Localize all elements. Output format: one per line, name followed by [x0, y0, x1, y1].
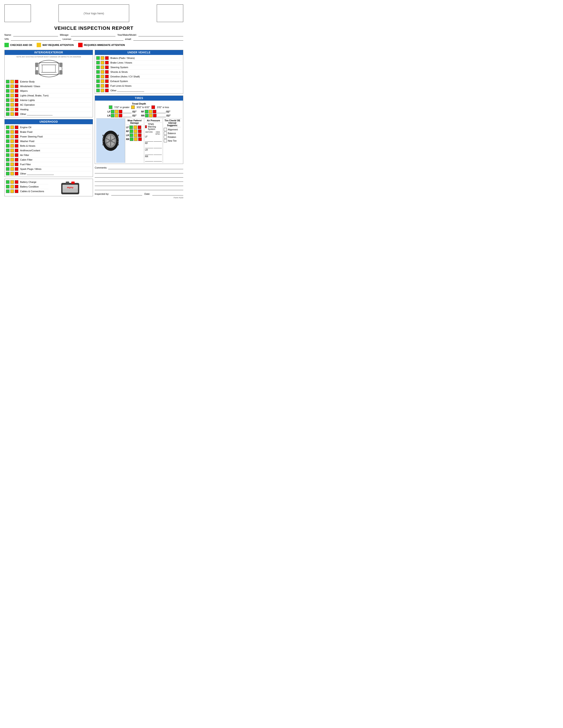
check-green-6: [6, 108, 9, 111]
check-yellow-3: [10, 139, 14, 143]
tire-checkbox-alignment: Alignment: [164, 128, 181, 131]
check-label-0: Engine Oil: [20, 126, 31, 129]
rr-oem-input[interactable]: [154, 158, 162, 161]
check-label-0: Brakes (Pads / Shoes): [110, 57, 135, 59]
check-red-7: [15, 158, 18, 161]
check-yellow-4: [10, 98, 14, 102]
wear-lf-green: [129, 126, 133, 129]
rr-red: [153, 114, 156, 117]
check-row-item: Windshield / Glass: [6, 84, 91, 89]
check-red-0: [105, 56, 109, 60]
checkbox-box-2[interactable]: [164, 135, 167, 139]
check-row-item: Spark Plugs / Wires: [6, 167, 91, 171]
header-row: (Your logo here): [4, 4, 183, 22]
name-label: Name:: [4, 34, 11, 36]
tpms-red-box: [145, 125, 147, 128]
header-box-right: [157, 4, 183, 22]
wear-lf: LF: [126, 126, 143, 129]
mileage-input[interactable]: [71, 33, 116, 36]
check-row-item: Fuel Lines & Hoses: [96, 84, 182, 88]
lf-before-input[interactable]: [145, 139, 153, 142]
underhood-body: Engine Oil Brake Fluid Power Steering Fl…: [5, 124, 93, 177]
check-label-0: Exterior Body: [20, 80, 35, 83]
comments-line-3[interactable]: [95, 174, 183, 178]
svg-rect-5: [35, 63, 38, 67]
check-yellow-2: [10, 135, 14, 138]
svg-rect-8: [59, 70, 62, 75]
year-make-model-input[interactable]: [138, 33, 183, 36]
underhood-header: UNDERHOOD: [5, 119, 93, 124]
comments-line-2[interactable]: [95, 170, 183, 173]
check-yellow-0: [101, 56, 104, 60]
check-label-1: Battery Condition: [20, 185, 39, 188]
check-red-4: [15, 98, 18, 102]
check-green-2: [6, 89, 9, 93]
svg-rect-1: [39, 63, 59, 75]
rf-oem-input[interactable]: [154, 145, 162, 148]
pressure-lr: [145, 152, 162, 155]
comments-line-4[interactable]: [95, 179, 183, 182]
check-label-5: AC Operation: [20, 103, 35, 106]
check-yellow-10: [10, 172, 14, 175]
tread-red-box: [151, 105, 155, 109]
tire-image-cell: [96, 118, 125, 163]
lf-oem-input[interactable]: [154, 139, 162, 142]
rf-tread-input[interactable]: [157, 110, 165, 113]
check-yellow-6: [10, 153, 14, 157]
check-green-10: [6, 172, 9, 175]
check-label-5: Antifreeze/Coolant: [20, 149, 40, 152]
check-green-0: [6, 80, 9, 83]
battery-checks: Battery Charge Battery Condition Cables …: [6, 180, 48, 193]
rf-green: [145, 110, 148, 113]
oemspec-label: OEM SPEC: [154, 131, 162, 135]
tire-detail-grid: Wear Pattern/ Damage LF RF: [96, 118, 182, 163]
email-input[interactable]: [133, 38, 183, 41]
date-input[interactable]: [152, 192, 183, 195]
comments-input[interactable]: [108, 166, 183, 169]
rr-before-input[interactable]: [145, 158, 153, 161]
rr-tread-input[interactable]: [157, 114, 166, 117]
check-row-item: Fuel Filter: [6, 162, 91, 167]
wear-lr: LR: [126, 133, 143, 137]
rf-before-input[interactable]: [145, 145, 153, 148]
check-row-item: Air Filter: [6, 153, 91, 158]
under-vehicle-section: UNDER VEHICLE Brakes (Pads / Shoes) Brak…: [95, 50, 183, 94]
tires-body: Tread Depth 7/32" or greater 3/32" to 6/…: [95, 101, 183, 164]
tire-checkbox-balance: Balance: [164, 132, 181, 135]
check-green-5: [96, 79, 100, 83]
check-label-6: Heating: [20, 108, 28, 111]
lr-oem-input[interactable]: [154, 152, 162, 155]
lr-tread-input[interactable]: [123, 114, 132, 117]
check-yellow-0: [10, 180, 14, 184]
check-yellow-7: [101, 89, 104, 92]
checkbox-box-0[interactable]: [164, 128, 167, 131]
name-input[interactable]: [13, 33, 58, 36]
yellow-legend-label: MAY REQUIRE ATTENTION: [42, 44, 73, 46]
inspected-by-input[interactable]: [111, 192, 142, 195]
check-yellow-4: [101, 75, 104, 78]
wear-rr-green: [130, 137, 133, 141]
battery-image: Mighty: [49, 180, 92, 195]
vin-input[interactable]: [11, 38, 61, 41]
pressure-rr-row: RR: [145, 155, 162, 161]
check-row-item: Battery Charge: [6, 180, 48, 184]
svg-rect-16: [62, 190, 78, 192]
comments-line-5[interactable]: [95, 183, 183, 186]
check-red-6: [15, 153, 18, 157]
tread-lr: LR /32": [107, 114, 137, 117]
license-input[interactable]: [73, 38, 123, 41]
tire-check-header: Tire Check/ OE Interval Suggests:: [164, 119, 181, 127]
comments-line-6[interactable]: [95, 187, 183, 190]
check-red-5: [105, 79, 109, 83]
logo-text: (Your logo here): [84, 12, 104, 15]
check-yellow-5: [10, 103, 14, 107]
lf-tread-input[interactable]: [123, 110, 132, 113]
wear-lr-red: [138, 133, 141, 137]
check-label-4: Belts & Hoses: [20, 144, 35, 147]
checkbox-box-3[interactable]: [164, 139, 167, 142]
check-label-1: Brake Lines / Hoses: [110, 61, 132, 64]
tread-green-label: 7/32" or greater: [114, 106, 129, 109]
checkbox-box-1[interactable]: [164, 132, 167, 135]
lr-before-input[interactable]: [145, 152, 153, 155]
interior-exterior-items: Exterior Body Windshield / Glass Wipers …: [6, 79, 91, 116]
